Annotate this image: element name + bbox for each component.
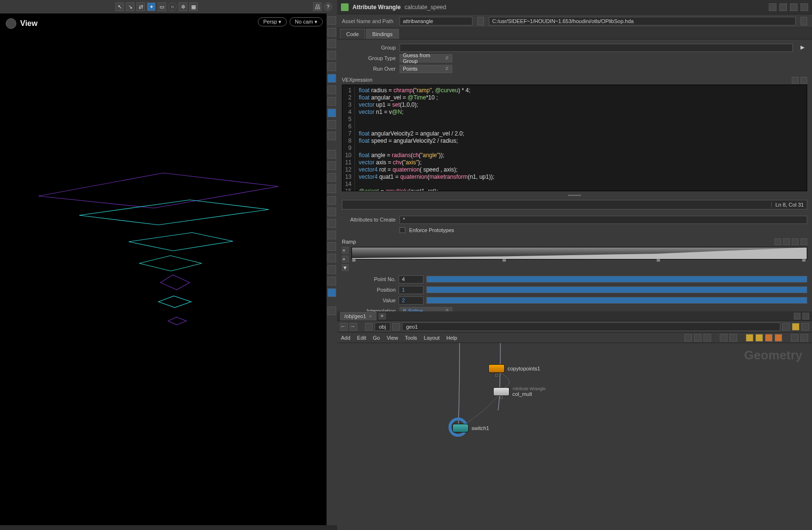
node-copytopoints[interactable]: copytopoints1	[488, 364, 540, 373]
tool-grid-icon[interactable]: ▦	[189, 2, 198, 11]
nm-help-icon[interactable]	[800, 334, 808, 342]
nav-fwd-button[interactable]: →	[350, 323, 357, 331]
vtool-21-icon[interactable]	[327, 254, 336, 262]
tool-circle-icon[interactable]: ○	[168, 2, 177, 11]
help-icon[interactable]	[800, 3, 808, 11]
vtool-4-icon[interactable]	[327, 51, 336, 60]
ramp-add1-icon[interactable]	[775, 238, 781, 245]
ramp-del-icon[interactable]: ×	[342, 247, 349, 254]
nm-4-icon[interactable]	[720, 334, 727, 342]
add-tab-button[interactable]: +	[378, 313, 386, 320]
vtool-lock-icon[interactable]	[327, 39, 336, 48]
vtool-16-icon[interactable]	[327, 196, 336, 205]
gear-icon[interactable]	[769, 3, 776, 11]
vtool-light-icon[interactable]	[327, 74, 336, 83]
info-icon[interactable]	[790, 3, 798, 11]
vtool-8-icon[interactable]	[327, 97, 336, 106]
menu-tools[interactable]: Tools	[405, 335, 417, 341]
nm-1-icon[interactable]	[684, 334, 692, 342]
group-field[interactable]	[400, 44, 793, 52]
vtool-7-icon[interactable]	[327, 86, 336, 94]
ramp-key-4[interactable]	[802, 259, 806, 262]
vtool-11-icon[interactable]	[327, 132, 336, 140]
tab-bindings[interactable]: Bindings	[366, 29, 399, 39]
ramp-key-2[interactable]	[502, 259, 506, 262]
path-crumb-geo[interactable]: geo1	[402, 322, 780, 331]
vtool-2-icon[interactable]	[327, 28, 336, 37]
menu-help[interactable]: Help	[447, 335, 458, 341]
menu-view[interactable]: View	[387, 335, 398, 341]
nm-search-icon[interactable]	[791, 334, 799, 342]
help-icon[interactable]: ?	[324, 2, 332, 11]
node-output-icon[interactable]	[500, 396, 503, 399]
tool-swap-icon[interactable]: ⇄	[136, 2, 145, 11]
vtool-22-icon[interactable]	[327, 265, 336, 274]
ramp-plus-icon[interactable]: +	[342, 256, 349, 262]
node-switch[interactable]: switch1	[452, 424, 489, 432]
asset-path-field[interactable]	[489, 17, 796, 25]
vtool-15-icon[interactable]	[327, 185, 336, 193]
attrs-create-field[interactable]	[400, 216, 807, 224]
pointno-field[interactable]	[399, 275, 424, 283]
vtool-10-icon[interactable]	[327, 120, 336, 129]
menu-layout[interactable]: Layout	[424, 335, 440, 341]
value-slider[interactable]	[426, 297, 807, 304]
nav-home-icon[interactable]	[365, 323, 373, 331]
ramp-reset-icon[interactable]	[792, 238, 799, 245]
ramp-widget[interactable]	[351, 247, 807, 259]
enforce-checkbox[interactable]	[400, 227, 405, 233]
vtool-17-icon[interactable]	[327, 208, 336, 216]
tool-gear-icon[interactable]: ✲	[179, 2, 187, 11]
ramp-gear-icon[interactable]	[800, 238, 807, 245]
runover-select[interactable]: Points	[400, 65, 452, 73]
ramp-key-3[interactable]	[656, 259, 660, 262]
menu-edit[interactable]: Edit	[357, 335, 366, 341]
nav-back-button[interactable]: ←	[340, 323, 348, 331]
resize-handle-icon[interactable]: ▬▬▬	[342, 192, 807, 197]
ramp-expand-icon[interactable]: ▼	[342, 264, 349, 271]
vex-tool2-icon[interactable]	[800, 77, 807, 84]
nm-5-icon[interactable]	[729, 334, 737, 342]
asset-name-dropdown[interactable]	[477, 17, 484, 25]
value-field[interactable]	[399, 296, 424, 305]
node-output-icon[interactable]	[495, 374, 498, 377]
position-slider[interactable]	[426, 286, 807, 293]
vtool-globe-icon[interactable]	[327, 62, 336, 71]
network-canvas[interactable]: Geometry copytopoints1 Attribute Wrangle…	[337, 343, 812, 530]
close-icon[interactable]: ×	[369, 313, 372, 319]
node-colmult[interactable]: Attribute Wrangle col_mult	[493, 386, 545, 397]
viewport-panel[interactable]: View Persp ▾ No cam ▾	[0, 13, 327, 525]
vtool-24-icon[interactable]	[327, 288, 336, 297]
position-field[interactable]	[399, 286, 424, 294]
nm-8-icon[interactable]	[765, 334, 773, 342]
vtool-13-icon[interactable]	[327, 161, 336, 170]
tool-rect-icon[interactable]: ▭	[158, 2, 166, 11]
node-output-icon[interactable]	[459, 433, 462, 436]
asset-name-field[interactable]	[400, 17, 473, 25]
net-rt2-icon[interactable]	[802, 313, 809, 320]
vex-code-editor[interactable]: 1float radius = chramp("ramp", @curveu) …	[342, 85, 807, 191]
nm-7-icon[interactable]	[755, 334, 763, 342]
vtool-23-icon[interactable]	[327, 277, 336, 285]
tool-tree-icon[interactable]: 品	[313, 2, 322, 11]
code-status-field[interactable]	[345, 201, 771, 209]
net-opt-icon[interactable]	[801, 323, 809, 331]
asset-path-dropdown[interactable]	[800, 17, 807, 25]
network-tab[interactable]: /obj/geo1×	[340, 312, 376, 320]
tab-code[interactable]: Code	[340, 29, 365, 39]
tool-arrow2-icon[interactable]: ↘	[126, 2, 134, 11]
menu-add[interactable]: Add	[341, 335, 351, 341]
vtool-9-icon[interactable]	[327, 109, 336, 117]
group-select-arrow-icon[interactable]: ▶	[800, 44, 807, 51]
vtool-25-icon[interactable]	[327, 307, 336, 315]
vtool-19-icon[interactable]	[327, 231, 336, 239]
pointno-slider[interactable]	[426, 276, 807, 283]
nm-9-icon[interactable]	[775, 334, 782, 342]
vtool-20-icon[interactable]	[327, 242, 336, 251]
grouptype-select[interactable]: Guess from Group	[400, 54, 452, 62]
ramp-add2-icon[interactable]	[783, 238, 790, 245]
menu-go[interactable]: Go	[373, 335, 380, 341]
nm-2-icon[interactable]	[694, 334, 702, 342]
tool-snap-icon[interactable]: ✦	[147, 2, 156, 11]
path-dd-icon[interactable]	[782, 323, 790, 331]
